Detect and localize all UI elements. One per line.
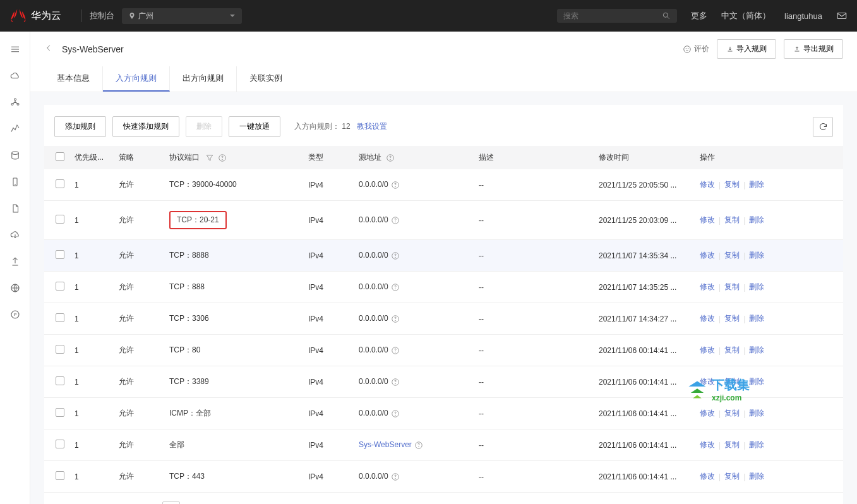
action-delete[interactable]: 删除 (749, 345, 764, 356)
action-delete[interactable]: 删除 (749, 376, 764, 387)
mail-icon[interactable] (836, 10, 848, 21)
action-delete[interactable]: 删除 (749, 440, 764, 450)
more-link[interactable]: 更多 (691, 10, 707, 21)
action-delete[interactable]: 删除 (749, 471, 764, 482)
cell-priority: 1 (69, 169, 114, 201)
row-checkbox[interactable] (56, 250, 64, 259)
help-icon[interactable] (391, 315, 400, 323)
cell-priority: 1 (69, 461, 114, 493)
row-checkbox[interactable] (56, 345, 64, 354)
logo[interactable]: 华为云 (9, 7, 61, 25)
help-icon[interactable] (391, 181, 400, 189)
main-content: Sys-WebServer 评价 导入规则 导出规则 基本信息入方向规则出方向规… (30, 32, 857, 504)
sidebar-item-ip[interactable]: IP (3, 302, 28, 327)
page-1[interactable]: 1 (162, 501, 180, 504)
add-rule-button[interactable]: 添加规则 (54, 116, 106, 137)
global-search[interactable] (557, 9, 677, 23)
quick-add-button[interactable]: 快速添加规则 (112, 116, 179, 137)
row-checkbox[interactable] (56, 408, 64, 417)
action-copy[interactable]: 复制 (724, 313, 740, 324)
action-copy[interactable]: 复制 (724, 345, 740, 356)
action-copy[interactable]: 复制 (724, 215, 740, 225)
help-icon[interactable] (391, 346, 400, 355)
col-policy: 策略 (114, 146, 164, 169)
import-rules-button[interactable]: 导入规则 (717, 39, 776, 59)
sidebar-item-doc[interactable] (3, 196, 28, 221)
action-modify[interactable]: 修改 (700, 250, 715, 261)
sidebar-item-device[interactable] (3, 169, 28, 195)
svg-point-26 (395, 222, 395, 222)
action-modify[interactable]: 修改 (700, 313, 715, 324)
help-icon[interactable] (391, 216, 400, 225)
username-link[interactable]: liangtuhua (784, 11, 822, 21)
help-icon[interactable] (386, 153, 395, 162)
row-checkbox[interactable] (56, 440, 64, 448)
help-icon[interactable] (391, 472, 400, 481)
row-checkbox[interactable] (56, 471, 64, 480)
sidebar-item-web[interactable] (3, 275, 28, 301)
action-delete[interactable]: 删除 (749, 215, 764, 225)
help-icon[interactable] (414, 441, 423, 450)
row-checkbox[interactable] (56, 313, 64, 322)
tab-3[interactable]: 关联实例 (237, 66, 295, 92)
sidebar-item-storage[interactable] (3, 143, 28, 168)
region-select[interactable]: 广州 (122, 8, 242, 24)
action-delete[interactable]: 删除 (749, 408, 764, 419)
help-link[interactable]: 教我设置 (357, 121, 387, 132)
action-delete[interactable]: 删除 (749, 282, 764, 292)
help-icon[interactable] (391, 378, 400, 387)
delete-button[interactable]: 删除 (186, 116, 222, 137)
action-modify[interactable]: 修改 (700, 408, 715, 419)
action-delete[interactable]: 删除 (749, 250, 764, 261)
help-icon[interactable] (391, 409, 400, 418)
action-modify[interactable]: 修改 (700, 179, 715, 190)
action-copy[interactable]: 复制 (724, 376, 740, 387)
help-icon[interactable] (218, 153, 227, 162)
sidebar-item-deploy[interactable] (3, 249, 28, 274)
cell-type: IPv4 (303, 366, 354, 398)
cell-actions: 修改|复制|删除 (695, 366, 843, 398)
action-modify[interactable]: 修改 (700, 345, 715, 356)
tab-2[interactable]: 出方向规则 (170, 66, 237, 92)
row-checkbox[interactable] (56, 215, 64, 224)
action-delete[interactable]: 删除 (749, 313, 764, 324)
filter-icon[interactable] (205, 153, 214, 162)
cell-actions: 修改|复制|删除 (695, 398, 843, 429)
sidebar-item-network[interactable] (3, 90, 28, 115)
feedback-link[interactable]: 评价 (683, 44, 709, 54)
action-modify[interactable]: 修改 (700, 282, 715, 292)
refresh-button[interactable] (813, 117, 833, 137)
row-checkbox[interactable] (56, 282, 64, 291)
action-modify[interactable]: 修改 (700, 471, 715, 482)
help-icon[interactable] (391, 283, 400, 292)
export-rules-button[interactable]: 导出规则 (784, 39, 843, 59)
svg-point-36 (395, 383, 395, 384)
tab-1[interactable]: 入方向规则 (103, 66, 170, 92)
action-copy[interactable]: 复制 (724, 282, 740, 292)
source-link[interactable]: Sys-WebServer (359, 440, 412, 449)
action-modify[interactable]: 修改 (700, 215, 715, 225)
select-all-checkbox[interactable] (56, 152, 64, 161)
cell-type: IPv4 (303, 429, 354, 461)
action-copy[interactable]: 复制 (724, 471, 740, 482)
row-checkbox[interactable] (56, 376, 64, 385)
sidebar-item-monitor[interactable] (3, 116, 28, 141)
action-modify[interactable]: 修改 (700, 440, 715, 450)
sidebar-item-cloud[interactable] (3, 63, 28, 88)
row-checkbox[interactable] (56, 179, 64, 188)
action-copy[interactable]: 复制 (724, 408, 740, 419)
menu-toggle[interactable] (3, 37, 28, 62)
console-label[interactable]: 控制台 (90, 10, 114, 21)
sidebar-item-download[interactable] (3, 222, 28, 248)
tab-0[interactable]: 基本信息 (44, 66, 103, 92)
help-icon[interactable] (391, 251, 400, 260)
action-copy[interactable]: 复制 (724, 250, 740, 261)
back-button[interactable] (44, 44, 53, 54)
search-input[interactable] (563, 11, 662, 20)
language-link[interactable]: 中文（简体） (721, 10, 770, 21)
open-all-button[interactable]: 一键放通 (229, 116, 280, 137)
action-modify[interactable]: 修改 (700, 376, 715, 387)
action-copy[interactable]: 复制 (724, 179, 740, 190)
action-copy[interactable]: 复制 (724, 440, 740, 450)
action-delete[interactable]: 删除 (749, 179, 764, 190)
